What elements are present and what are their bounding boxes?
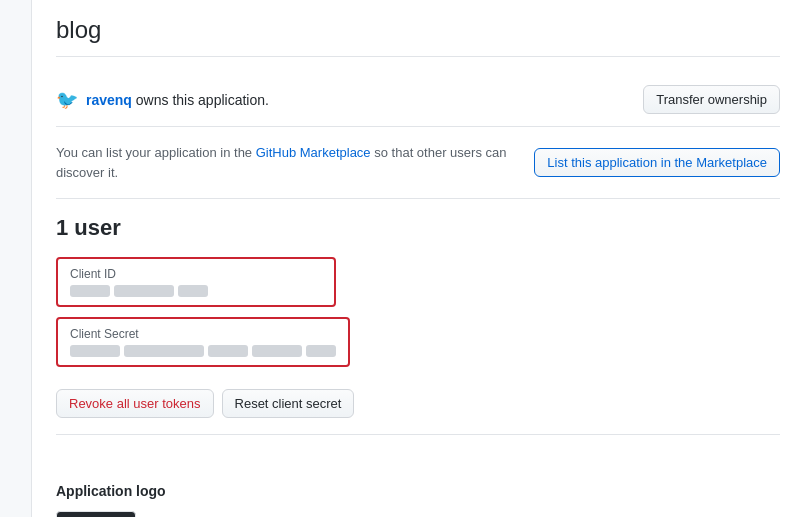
client-id-block-2 (114, 285, 174, 297)
logo-row: Upload new logo (56, 511, 780, 517)
users-section: 1 user Client ID Client Secret Revoke al… (56, 199, 780, 467)
action-buttons: Revoke all user tokens Reset client secr… (56, 389, 780, 435)
owner-name: ravenq (86, 92, 132, 108)
marketplace-description: You can list your application in the Git… (56, 143, 534, 182)
ownership-row: 🐦 ravenq owns this application. Transfer… (56, 73, 780, 127)
client-secret-label: Client Secret (70, 327, 336, 341)
client-secret-block-1 (70, 345, 120, 357)
owns-text: owns this application. (132, 92, 269, 108)
client-id-box: Client ID (56, 257, 336, 307)
client-id-label: Client ID (70, 267, 322, 281)
user-count-number: 1 (56, 215, 68, 240)
client-secret-block-4 (252, 345, 302, 357)
app-logo-section: Application logo Upload new logo (56, 467, 780, 517)
client-id-block-3 (178, 285, 208, 297)
list-in-marketplace-button[interactable]: List this application in the Marketplace (534, 148, 780, 177)
owner-avatar-icon: 🐦 (56, 89, 78, 111)
ownership-left: 🐦 ravenq owns this application. (56, 89, 269, 111)
marketplace-row: You can list your application in the Git… (56, 127, 780, 199)
client-secret-value (70, 345, 336, 357)
revoke-tokens-button[interactable]: Revoke all user tokens (56, 389, 214, 418)
github-marketplace-link[interactable]: GitHub Marketplace (256, 145, 371, 160)
client-secret-block-3 (208, 345, 248, 357)
users-count: 1 user (56, 215, 780, 241)
marketplace-text-before: You can list your application in the (56, 145, 256, 160)
logo-preview (56, 511, 136, 517)
reset-secret-button[interactable]: Reset client secret (222, 389, 355, 418)
client-secret-block-5 (306, 345, 336, 357)
app-logo-label: Application logo (56, 483, 780, 499)
client-id-value (70, 285, 322, 297)
user-count-label: user (68, 215, 121, 240)
main-content: blog 🐦 ravenq owns this application. Tra… (32, 0, 804, 517)
owner-text: ravenq owns this application. (86, 92, 269, 108)
left-sidebar (0, 0, 32, 517)
page-title: blog (56, 16, 780, 57)
client-secret-box: Client Secret (56, 317, 350, 367)
client-id-block-1 (70, 285, 110, 297)
client-secret-block-2 (124, 345, 204, 357)
transfer-ownership-button[interactable]: Transfer ownership (643, 85, 780, 114)
